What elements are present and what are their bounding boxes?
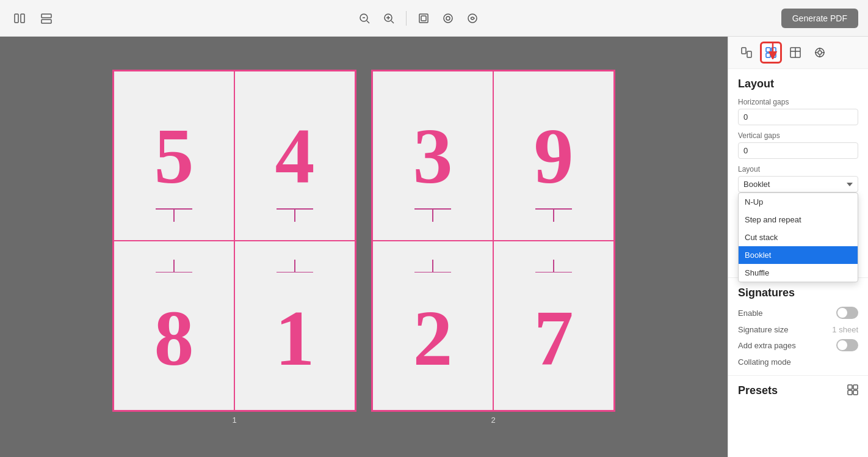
page-label-1: 1 [232, 415, 236, 425]
page-num-4: 4 [275, 116, 315, 196]
tab-marks[interactable] [809, 42, 831, 64]
cell-2-top-right: 9 [493, 71, 614, 241]
signature-size-row: Signature size 1 sheet [738, 325, 858, 334]
layout-selected-value: Booklet [743, 180, 770, 189]
svg-rect-19 [772, 48, 776, 52]
svg-rect-17 [747, 51, 751, 57]
tab-imposition-2[interactable] [784, 42, 806, 64]
panel-tabs [728, 37, 868, 69]
horiz-gaps-label: Horizontal gaps [738, 98, 858, 106]
cell-1-bottom-left: 8 [114, 241, 234, 411]
svg-point-13 [444, 14, 452, 23]
page-label-2: 2 [491, 415, 495, 425]
svg-rect-3 [42, 20, 51, 23]
sig-size-label: Signature size [738, 325, 788, 334]
layout-dropdown-menu: N-Up Step and repeat Cut stack Booklet S… [738, 192, 858, 282]
fit-width-button[interactable] [438, 9, 458, 28]
page-wrapper-2: 3 9 [371, 70, 615, 425]
cut-mark-bottom-4 [535, 208, 572, 222]
tab-imposition-1[interactable] [736, 42, 758, 64]
layout-dropdown-trigger[interactable]: Booklet [738, 176, 858, 192]
svg-line-6 [367, 21, 369, 23]
vert-gaps-input[interactable] [738, 142, 858, 159]
toolbar-center [61, 9, 776, 28]
svg-point-28 [818, 51, 822, 54]
svg-rect-34 [848, 385, 852, 389]
zoom-out-button[interactable] [355, 9, 374, 28]
svg-point-15 [468, 14, 477, 23]
cut-mark-top-4 [535, 260, 572, 273]
vert-gaps-label: Vertical gaps [738, 131, 858, 140]
svg-rect-18 [766, 48, 770, 52]
option-step-repeat[interactable]: Step and repeat [739, 211, 858, 228]
signatures-enable-toggle[interactable] [836, 307, 858, 319]
cell-2-bottom-right: 7 [493, 241, 614, 411]
toolbar-right: Generate PDF [781, 9, 858, 28]
svg-rect-21 [772, 53, 776, 57]
page-num-5: 5 [154, 116, 194, 196]
presets-title: Presets [738, 384, 778, 397]
svg-line-10 [391, 21, 394, 23]
generate-pdf-button[interactable]: Generate PDF [781, 9, 858, 28]
rows-icon-button[interactable] [37, 9, 56, 28]
svg-rect-2 [42, 14, 51, 18]
option-booklet[interactable]: Booklet [739, 246, 858, 264]
presets-header: Presets [738, 384, 858, 397]
toolbar: Generate PDF [0, 0, 868, 37]
page-num-9: 9 [534, 116, 574, 196]
layout-type-label: Layout [738, 165, 858, 174]
page-wrapper-1: 5 4 [112, 70, 356, 425]
toolbar-divider [406, 11, 407, 26]
signatures-section: Signatures Enable Signature size 1 sheet… [728, 278, 868, 376]
svg-rect-11 [419, 14, 428, 23]
cut-mark-top-2 [277, 260, 313, 273]
cut-mark-top-3 [414, 260, 451, 273]
cell-1-bottom-right: 1 [234, 241, 355, 411]
signatures-title: Signatures [738, 287, 858, 299]
cut-mark-top-1 [156, 260, 192, 273]
svg-rect-12 [421, 16, 426, 21]
sig-size-value: 1 sheet [832, 325, 858, 334]
pages-container: 5 4 [112, 70, 615, 425]
columns-icon-button[interactable] [10, 9, 29, 28]
option-shuffle[interactable]: Shuffle [739, 264, 858, 282]
extra-pages-toggle[interactable] [836, 339, 858, 351]
fit-page-button[interactable] [414, 9, 433, 28]
signatures-enable-row: Enable [738, 307, 858, 319]
page-num-3: 3 [413, 116, 453, 196]
horiz-gaps-input[interactable] [738, 109, 858, 125]
svg-rect-0 [15, 14, 18, 23]
cell-2-bottom-left: 2 [372, 241, 493, 411]
canvas-area: 5 4 [0, 37, 728, 457]
zoom-in-button[interactable] [379, 9, 399, 28]
zoom-reset-button[interactable] [463, 9, 482, 28]
collating-mode-label: Collating mode [738, 357, 858, 367]
presets-section: Presets [728, 376, 868, 406]
page-num-1: 1 [275, 298, 315, 378]
extra-pages-row: Add extra pages [738, 339, 858, 351]
svg-rect-35 [853, 385, 858, 389]
svg-point-14 [446, 16, 450, 20]
extra-pages-label: Add extra pages [738, 341, 796, 350]
cell-1-top-left: 5 [114, 71, 234, 241]
toolbar-left [10, 9, 56, 28]
option-cut-stack[interactable]: Cut stack [739, 228, 858, 246]
main-area: 5 4 [0, 37, 868, 457]
layout-dropdown-container: Booklet N-Up Step and repeat Cut stack B… [738, 176, 858, 192]
option-nup[interactable]: N-Up [739, 193, 858, 211]
signatures-enable-label: Enable [738, 309, 762, 318]
tab-layout[interactable] [760, 42, 782, 64]
page-1: 5 4 [112, 70, 356, 412]
page-2: 3 9 [371, 70, 615, 412]
svg-rect-1 [21, 14, 24, 23]
cut-mark-bottom [156, 208, 192, 222]
presets-grid-button[interactable] [847, 384, 858, 397]
layout-section: Layout Horizontal gaps Vertical gaps Lay… [728, 69, 868, 278]
svg-rect-36 [848, 390, 852, 395]
svg-rect-20 [766, 53, 770, 57]
layout-title: Layout [738, 78, 858, 90]
right-panel: Layout Horizontal gaps Vertical gaps Lay… [728, 37, 868, 457]
page-num-7: 7 [534, 298, 574, 378]
svg-marker-33 [847, 183, 853, 186]
svg-rect-37 [853, 390, 858, 395]
